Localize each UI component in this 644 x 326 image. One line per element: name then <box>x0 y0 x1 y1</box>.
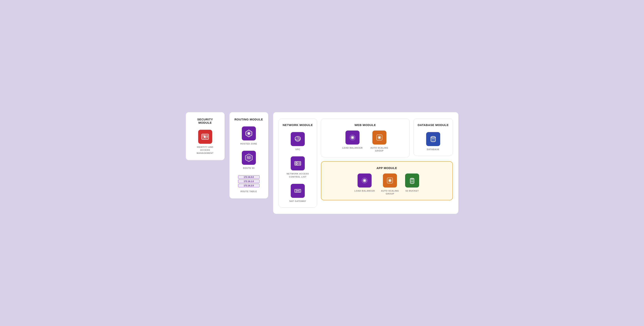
web-module: WEB MODULE LOAD BALAN <box>321 119 410 157</box>
ip-tags: 172.16.0.0 172.16.1.0 172.16.2.0 <box>238 175 260 188</box>
security-module-title: SECURITY MODULE <box>190 118 220 124</box>
vpc-icon <box>291 132 305 146</box>
hosted-zone-label: HOSTED ZONE <box>240 142 257 145</box>
nacl-label: NETWORK ACCESSCONTROL LIST <box>287 172 309 178</box>
web-auto-scaling-block: AUTO SCALINGGROUP <box>370 131 388 153</box>
large-panel-inner: NETWORK MODULE VPC <box>279 119 453 208</box>
app-load-balancer-block: LOAD BALANCER <box>354 173 375 192</box>
hosted-zone-icon <box>242 127 256 141</box>
database-module: DATABASE MODULE <box>414 119 453 156</box>
app-load-balancer-icon <box>358 173 372 187</box>
route53-icon: 53 <box>242 151 256 165</box>
web-module-icons: LOAD BALANCER AUTO <box>342 131 388 153</box>
main-container: SECURITY MODULE IDENTITY ANDACCESSMANAGE… <box>186 112 458 214</box>
iam-label: IDENTITY ANDACCESSMANAGEMENT <box>196 146 214 155</box>
database-module-title: DATABASE MODULE <box>418 123 448 127</box>
s3-block: S3 BUCKET <box>405 173 419 192</box>
svg-point-33 <box>410 178 414 180</box>
svg-point-28 <box>431 136 436 138</box>
svg-rect-6 <box>204 136 205 136</box>
nat-block: NAT GATEWAY <box>289 184 306 203</box>
web-load-balancer-icon <box>346 131 360 145</box>
web-load-balancer-label: LOAD BALANCER <box>342 147 363 149</box>
nacl-icon <box>291 157 305 170</box>
s3-label: S3 BUCKET <box>406 189 419 192</box>
route53-block: 53 ROUTE 53 <box>242 151 256 169</box>
svg-rect-5 <box>206 137 208 138</box>
routing-module: ROUTING MODULE HOSTED ZONE 53 ROUTE 53 <box>229 112 268 199</box>
database-label: DATABASE <box>427 148 440 151</box>
routing-module-title: ROUTING MODULE <box>234 118 263 121</box>
hosted-zone-block: HOSTED ZONE <box>240 127 257 145</box>
iam-block: IDENTITY ANDACCESSMANAGEMENT <box>196 130 214 155</box>
s3-icon <box>405 173 419 187</box>
vpc-block: VPC <box>291 132 305 151</box>
ip-tag-1: 172.16.0.0 <box>238 175 260 179</box>
app-auto-scaling-label: AUTO SCALINGGROUP <box>381 189 399 195</box>
svg-point-18 <box>296 164 297 165</box>
route53-label: ROUTE 53 <box>243 167 254 169</box>
large-panel: NETWORK MODULE VPC <box>273 112 458 214</box>
web-module-title: WEB MODULE <box>354 123 376 127</box>
svg-rect-3 <box>206 136 208 136</box>
svg-point-17 <box>296 162 297 163</box>
network-module-title: NETWORK MODULE <box>283 123 313 127</box>
iam-icon <box>198 130 212 144</box>
nacl-block: NETWORK ACCESSCONTROL LIST <box>287 157 309 178</box>
nat-gateway-icon <box>291 184 305 198</box>
svg-rect-4 <box>206 136 208 137</box>
svg-point-24 <box>352 137 353 138</box>
route-table-block: 172.16.0.0 172.16.1.0 172.16.2.0 ROUTE T… <box>238 175 260 193</box>
app-module-title: APP MODULE <box>376 166 397 169</box>
nat-label: NAT GATEWAY <box>289 200 306 203</box>
ip-tag-2: 172.16.1.0 <box>238 179 260 183</box>
svg-point-31 <box>389 180 390 181</box>
app-auto-scaling-block: AUTO SCALINGGROUP <box>381 173 399 195</box>
security-module: SECURITY MODULE IDENTITY ANDACCESSMANAGE… <box>186 112 225 160</box>
svg-point-30 <box>364 180 365 181</box>
web-load-balancer-block: LOAD BALANCER <box>342 131 363 149</box>
svg-point-7 <box>248 132 250 135</box>
svg-point-12 <box>298 137 299 138</box>
vpc-label: VPC <box>296 148 300 151</box>
database-block: DATABASE <box>426 132 440 151</box>
database-icon <box>426 132 440 146</box>
web-auto-scaling-label: AUTO SCALINGGROUP <box>370 147 388 153</box>
app-module-icons: LOAD BALANCER AUTO SCALINGGROUP <box>354 173 419 195</box>
svg-point-25 <box>379 137 380 138</box>
right-side: WEB MODULE LOAD BALAN <box>321 119 453 200</box>
route-table-label: ROUTE TABLE <box>240 190 257 193</box>
ip-tag-3: 172.16.2.0 <box>238 184 260 187</box>
network-module: NETWORK MODULE VPC <box>279 119 317 208</box>
svg-text:53: 53 <box>247 156 250 159</box>
app-auto-scaling-icon <box>383 173 397 187</box>
app-module: APP MODULE LOAD BALANCER <box>321 161 453 200</box>
web-auto-scaling-icon <box>372 131 386 145</box>
app-load-balancer-label: LOAD BALANCER <box>354 189 375 192</box>
